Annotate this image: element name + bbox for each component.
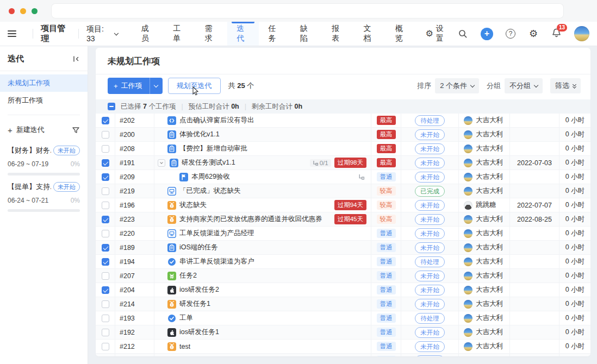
- table-row[interactable]: #202 点击确认弹窗后没有导出 最高 待处理 大吉大利 0 小时: [96, 114, 590, 128]
- expand-toggle-icon[interactable]: [158, 159, 165, 167]
- row-checkbox[interactable]: [102, 202, 109, 209]
- row-checkbox[interactable]: [102, 343, 109, 350]
- minimize-window-button[interactable]: [20, 8, 26, 14]
- group-control[interactable]: 分组 不分组: [487, 78, 543, 93]
- row-checkbox[interactable]: [102, 173, 109, 181]
- select-all-checkbox[interactable]: [108, 103, 115, 110]
- table-row[interactable]: #214 研发任务1 普通 未开始 大吉大利 0 小时: [96, 297, 590, 311]
- tab-成员[interactable]: 成员: [132, 22, 164, 46]
- row-checkbox[interactable]: [102, 286, 109, 294]
- row-checkbox[interactable]: [102, 272, 109, 280]
- priority-badge: 普通: [377, 271, 396, 281]
- tab-文档[interactable]: 文档: [355, 22, 386, 46]
- work-item-title[interactable]: 支持商家关闭已发放优惠券的通道并收回优惠券: [179, 215, 322, 224]
- table-row[interactable]: #225 【考核】测试计划不通过提bug 普通 待处理 大吉大利 0 小时: [96, 354, 590, 356]
- table-row[interactable]: #209 本周629验收 普通 未开始 大吉大利 0 小时: [96, 170, 590, 184]
- browser-address-bar[interactable]: [52, 4, 563, 18]
- table-row[interactable]: #212 test 普通 未开始 大吉大利 0 小时: [96, 340, 590, 354]
- tab-settings[interactable]: ⚙ 设置: [418, 22, 457, 46]
- new-iteration-button[interactable]: + 新建迭代: [8, 125, 45, 135]
- search-icon[interactable]: [457, 28, 468, 39]
- row-checkbox[interactable]: [102, 145, 109, 153]
- plus-icon: +: [8, 126, 13, 134]
- sort-control[interactable]: 排序 2 个条件: [417, 78, 479, 93]
- collapse-sidebar-icon[interactable]: [72, 55, 80, 63]
- row-checkbox[interactable]: [102, 187, 109, 195]
- chevron-down-icon: [114, 30, 119, 35]
- work-item-title[interactable]: 体验优化v1.1: [179, 130, 220, 139]
- tab-迭代[interactable]: 迭代: [227, 22, 259, 46]
- tab-报表[interactable]: 报表: [322, 22, 354, 46]
- close-window-button[interactable]: [9, 8, 15, 14]
- table-row[interactable]: #207 任务2 普通 未开始 大吉大利 0 小时: [96, 269, 590, 283]
- tab-任务[interactable]: 任务: [259, 22, 290, 46]
- hamburger-menu-icon[interactable]: [8, 30, 16, 37]
- table-row[interactable]: #194 串讲工单反馈渠道为客户 普通 待处理 大吉大利 0 小时: [96, 255, 590, 269]
- table-row[interactable]: #219 「已完成」状态缺失 较高 已完成 大吉大利 0 小时: [96, 184, 590, 198]
- work-item-title[interactable]: 点击确认弹窗后没有导出: [179, 116, 254, 125]
- add-work-item-button[interactable]: + 工作项: [108, 78, 163, 94]
- user-avatar[interactable]: [574, 26, 589, 41]
- iteration-card[interactable]: 【提单】支持... 未开始 06-24 ~ 07-21 0%: [0, 175, 88, 212]
- plan-to-iteration-button[interactable]: 规划至迭代: [168, 78, 221, 94]
- tab-概览[interactable]: 概览: [386, 22, 418, 46]
- work-item-title[interactable]: iOS端的任务: [179, 243, 218, 252]
- sidebar-item[interactable]: 所有工作项: [0, 92, 88, 109]
- add-work-item-dropdown[interactable]: [150, 78, 163, 94]
- filter-funnel-icon[interactable]: [72, 126, 80, 134]
- row-checkbox[interactable]: [102, 159, 109, 167]
- work-item-title[interactable]: 【考核】测试计划不通过提bug: [179, 356, 272, 356]
- table-row[interactable]: #191 研发任务测试v1.1 0/1 过期98天 最高 未开始 大吉大利 20…: [96, 156, 590, 170]
- notifications-bell-icon[interactable]: 13: [551, 28, 562, 40]
- table-row[interactable]: #223 支持商家关闭已发放优惠券的通道并收回优惠券 过期45天 较高 未开始 …: [96, 212, 590, 227]
- work-item-title[interactable]: 研发任务1: [179, 299, 210, 309]
- work-item-title[interactable]: 任务2: [179, 271, 197, 280]
- table-row[interactable]: #192 ios研发任务1 普通 未开始 大吉大利 0 小时: [96, 325, 590, 340]
- table-row[interactable]: #193 工单 普通 待处理 大吉大利 0 小时: [96, 311, 590, 325]
- work-item-title[interactable]: ios研发任务1: [179, 328, 219, 337]
- row-checkbox[interactable]: [102, 329, 109, 336]
- tab-缺陷[interactable]: 缺陷: [291, 22, 322, 46]
- settings-gear-icon[interactable]: ⚙: [528, 28, 539, 39]
- project-selector[interactable]: 项目: 33: [86, 24, 118, 43]
- table-row[interactable]: #189 iOS端的任务 普通 未开始 大吉大利 0 小时: [96, 241, 590, 255]
- work-item-title[interactable]: 状态缺失: [179, 200, 207, 210]
- iteration-progress-percent: 0%: [71, 197, 80, 204]
- work-item-title[interactable]: 工单反馈渠道为产品经理: [179, 229, 254, 238]
- row-checkbox[interactable]: [102, 315, 109, 322]
- status-pill: 未开始: [415, 242, 445, 253]
- help-icon[interactable]: ?: [506, 29, 515, 39]
- hours-value: 0 小时: [559, 283, 590, 297]
- work-item-id: #191: [115, 156, 154, 170]
- row-checkbox[interactable]: [102, 244, 109, 252]
- row-checkbox[interactable]: [102, 300, 109, 308]
- iteration-card[interactable]: 【财务】财务... 未开始 06-29 ~ 07-19 0%: [0, 139, 88, 175]
- row-checkbox[interactable]: [102, 230, 109, 237]
- work-item-title[interactable]: 研发任务测试v1.1: [182, 158, 235, 167]
- create-new-button[interactable]: +: [481, 28, 493, 40]
- tab-需求[interactable]: 需求: [196, 22, 227, 46]
- work-item-title[interactable]: 【费控】新增自动审批: [179, 144, 247, 153]
- maximize-window-button[interactable]: [32, 8, 38, 14]
- row-checkbox[interactable]: [102, 117, 109, 124]
- table-row[interactable]: #220 工单反馈渠道为产品经理 普通 未开始 大吉大利 0 小时: [96, 227, 590, 241]
- work-item-title[interactable]: test: [179, 343, 190, 350]
- row-checkbox[interactable]: [102, 216, 109, 223]
- work-item-title[interactable]: 本周629验收: [191, 172, 230, 181]
- iteration-dates: 06-29 ~ 07-19: [8, 160, 48, 168]
- table-row[interactable]: #208 【费控】新增自动审批 最高 未开始 大吉大利 0 小时: [96, 142, 590, 156]
- row-checkbox[interactable]: [102, 131, 109, 139]
- work-item-title[interactable]: 「已完成」状态缺失: [179, 186, 241, 196]
- tab-工单[interactable]: 工单: [164, 22, 195, 46]
- iteration-name: 【提单】支持...: [8, 182, 51, 192]
- table-row[interactable]: #200 体验优化v1.1 最高 未开始 大吉大利 0 小时: [96, 128, 590, 142]
- filter-control[interactable]: 筛选: [550, 78, 581, 93]
- android-icon: [167, 272, 176, 280]
- work-item-title[interactable]: 串讲工单反馈渠道为客户: [179, 257, 254, 266]
- sidebar-item[interactable]: 未规划工作项: [0, 74, 88, 92]
- table-row[interactable]: #196 状态缺失 过期94天 较高 未开始 跳跳糖 2022-07-07 0 …: [96, 198, 590, 212]
- table-row[interactable]: #204 ios研发任务2 普通 未开始 大吉大利 0 小时: [96, 283, 590, 297]
- row-checkbox[interactable]: [102, 258, 109, 266]
- work-item-title[interactable]: 工单: [179, 313, 193, 323]
- work-item-title[interactable]: ios研发任务2: [179, 285, 219, 294]
